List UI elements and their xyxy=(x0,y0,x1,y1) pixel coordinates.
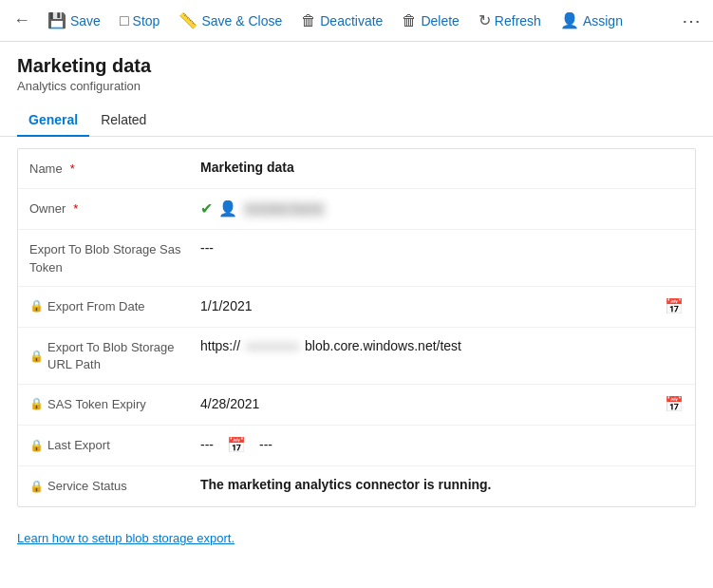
page-subtitle: Analytics configuration xyxy=(17,79,696,93)
assign-icon: 👤 xyxy=(560,11,579,29)
owner-check-icon: ✔ xyxy=(200,199,213,219)
required-indicator-name: * xyxy=(70,161,75,178)
lock-icon-export-from-date: 🔒 xyxy=(29,298,44,314)
field-label-url-path: 🔒 Export To Blob Storage URL Path xyxy=(29,337,200,373)
owner-person-icon: 👤 xyxy=(218,199,237,219)
url-blurred-part: xxxxxxxx xyxy=(246,337,299,356)
save-close-icon: 📏 xyxy=(178,11,197,29)
field-label-name: Name * xyxy=(29,159,200,178)
required-indicator-owner: * xyxy=(73,200,78,218)
field-row-service-status: 🔒 Service Status The marketing analytics… xyxy=(18,466,695,506)
field-value-sas-expiry[interactable]: 4/28/2021 📅 xyxy=(200,394,684,415)
field-row-last-export: 🔒 Last Export --- 📅 --- xyxy=(18,426,695,466)
field-label-service-status: 🔒 Service Status xyxy=(29,476,200,495)
assign-label: Assign xyxy=(583,13,623,28)
deactivate-button[interactable]: 🗑 Deactivate xyxy=(293,9,390,33)
field-value-last-export[interactable]: --- 📅 --- xyxy=(200,435,684,456)
field-row-name: Name * Marketing data xyxy=(18,149,695,189)
delete-icon: 🗑 xyxy=(402,12,417,29)
calendar-icon-last-export[interactable]: 📅 xyxy=(227,435,246,456)
calendar-icon-export-from-date[interactable]: 📅 xyxy=(665,296,684,317)
delete-label: Delete xyxy=(421,13,459,28)
field-value-url-path[interactable]: https://xxxxxxxxblob.core.windows.net/te… xyxy=(200,337,684,356)
stop-button[interactable]: □ Stop xyxy=(112,9,167,33)
stop-icon: □ xyxy=(120,12,129,29)
form-link: Learn how to setup blob storage export. xyxy=(0,519,713,557)
deactivate-label: Deactivate xyxy=(320,13,383,28)
stop-label: Stop xyxy=(133,13,160,28)
field-value-service-status: The marketing analytics connector is run… xyxy=(200,476,684,495)
more-options-button[interactable]: ⋯ xyxy=(677,7,705,35)
setup-link[interactable]: Learn how to setup blob storage export. xyxy=(17,531,235,545)
toolbar: ← 💾 Save □ Stop 📏 Save & Close 🗑 Deactiv… xyxy=(0,0,713,42)
field-value-name[interactable]: Marketing data xyxy=(200,159,684,178)
page-header: Marketing data Analytics configuration xyxy=(0,42,713,93)
refresh-button[interactable]: ↻ Refresh xyxy=(471,8,549,33)
field-row-export-from-date: 🔒 Export From Date 1/1/2021 📅 xyxy=(18,287,695,328)
field-label-sas-token: Export To Blob Storage Sas Token xyxy=(29,239,200,275)
tab-related[interactable]: Related xyxy=(89,104,158,137)
lock-icon-sas-expiry: 🔒 xyxy=(29,396,44,412)
field-label-last-export: 🔒 Last Export xyxy=(29,435,200,454)
page-title: Marketing data xyxy=(17,55,696,77)
deactivate-icon: 🗑 xyxy=(301,12,316,29)
delete-button[interactable]: 🗑 Delete xyxy=(394,9,466,33)
save-button[interactable]: 💾 Save xyxy=(40,8,108,33)
back-button[interactable]: ← xyxy=(8,7,36,35)
lock-icon-last-export: 🔒 xyxy=(29,438,44,454)
field-row-url-path: 🔒 Export To Blob Storage URL Path https:… xyxy=(18,328,695,384)
save-close-button[interactable]: 📏 Save & Close xyxy=(171,8,290,33)
field-label-sas-expiry: 🔒 SAS Token Expiry xyxy=(29,394,200,413)
field-row-sas-token: Export To Blob Storage Sas Token --- xyxy=(18,230,695,286)
field-value-owner[interactable]: ✔ 👤 Invisible Name xyxy=(200,199,684,219)
refresh-label: Refresh xyxy=(495,13,541,28)
form-section: Name * Marketing data Owner * ✔ 👤 Invisi… xyxy=(17,148,696,507)
field-row-sas-expiry: 🔒 SAS Token Expiry 4/28/2021 📅 xyxy=(18,385,695,426)
lock-icon-service-status: 🔒 xyxy=(29,479,44,495)
field-label-owner: Owner * xyxy=(29,199,200,218)
assign-button[interactable]: 👤 Assign xyxy=(553,8,630,33)
save-close-label: Save & Close xyxy=(201,13,282,28)
refresh-icon: ↻ xyxy=(478,11,491,29)
lock-icon-url-path: 🔒 xyxy=(29,349,44,365)
tab-general[interactable]: General xyxy=(17,104,89,137)
field-value-export-from-date[interactable]: 1/1/2021 📅 xyxy=(200,296,684,317)
calendar-icon-sas-expiry[interactable]: 📅 xyxy=(665,394,684,415)
save-label: Save xyxy=(70,13,101,28)
field-value-sas-token[interactable]: --- xyxy=(200,239,684,258)
field-row-owner: Owner * ✔ 👤 Invisible Name xyxy=(18,189,695,230)
save-icon: 💾 xyxy=(47,11,66,29)
field-label-export-from-date: 🔒 Export From Date xyxy=(29,296,200,315)
owner-name: Invisible Name xyxy=(243,201,326,218)
form-container: Name * Marketing data Owner * ✔ 👤 Invisi… xyxy=(0,137,713,519)
tabs: General Related xyxy=(0,104,713,137)
